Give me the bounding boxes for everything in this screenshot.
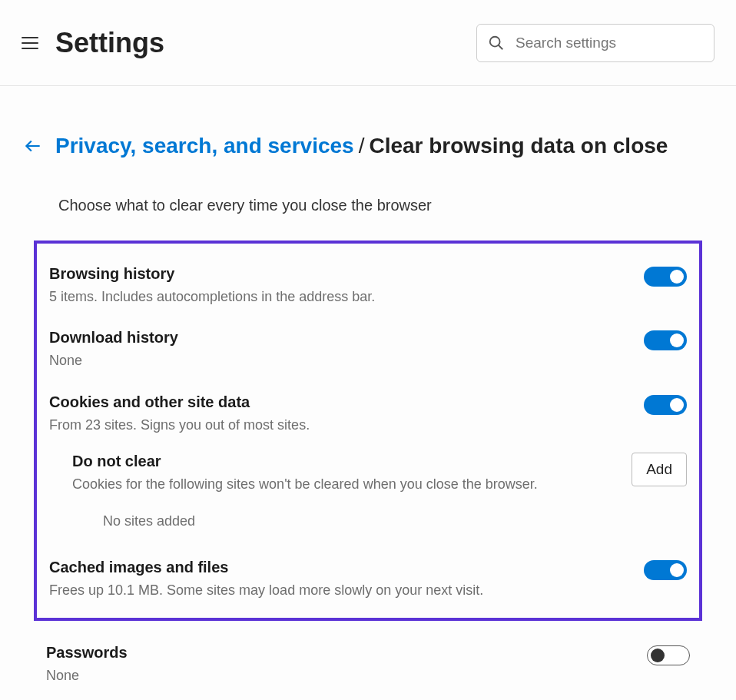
setting-title: Cached images and files [49,559,628,576]
do-not-clear-section: Do not clear Cookies for the following s… [49,445,687,542]
toggle-cookies[interactable] [644,395,687,415]
toggle-browsing-history[interactable] [644,267,687,287]
breadcrumb-parent-link[interactable]: Privacy, search, and services [55,134,354,158]
hamburger-menu-icon[interactable] [22,34,40,52]
setting-cached-files: Cached images and files Frees up 10.1 MB… [49,542,687,604]
setting-title: Browsing history [49,265,628,283]
do-not-clear-desc: Cookies for the following sites won't be… [72,475,616,493]
svg-line-1 [499,45,503,49]
setting-desc: None [49,351,628,370]
setting-title: Download history [49,329,628,347]
svg-point-0 [490,36,500,46]
setting-download-history: Download history None [49,326,687,390]
back-arrow-icon[interactable] [23,136,43,156]
search-box[interactable] [476,24,714,62]
do-not-clear-title: Do not clear [72,453,616,470]
page-title: Settings [55,27,476,59]
breadcrumb: Privacy, search, and services / Clear br… [55,134,668,158]
setting-desc: None [46,666,632,685]
setting-title: Cookies and other site data [49,393,628,411]
toggle-passwords[interactable] [647,645,690,665]
scroll-region[interactable]: Privacy, search, and services / Clear br… [0,86,736,700]
setting-desc: Frees up 10.1 MB. Some sites may load mo… [49,581,628,599]
breadcrumb-separator: / [359,134,365,158]
intro-text: Choose what to clear every time you clos… [58,197,713,214]
breadcrumb-current: Clear browsing data on close [369,134,668,158]
toggle-cached-files[interactable] [644,560,687,580]
search-input[interactable] [516,35,703,51]
add-site-button[interactable]: Add [632,453,687,486]
toggle-download-history[interactable] [644,330,687,350]
setting-desc: From 23 sites. Signs you out of most sit… [49,416,628,434]
setting-cookies: Cookies and other site data From 23 site… [49,390,687,445]
setting-desc: 5 items. Includes autocompletions in the… [49,287,628,306]
header-bar: Settings [0,0,736,86]
setting-browsing-history: Browsing history 5 items. Includes autoc… [49,262,687,326]
setting-passwords: Passwords None [46,641,690,700]
search-icon [488,35,505,51]
setting-title: Passwords [46,644,632,662]
highlighted-settings-group: Browsing history 5 items. Includes autoc… [34,241,702,621]
no-sites-text: No sites added [72,493,687,534]
